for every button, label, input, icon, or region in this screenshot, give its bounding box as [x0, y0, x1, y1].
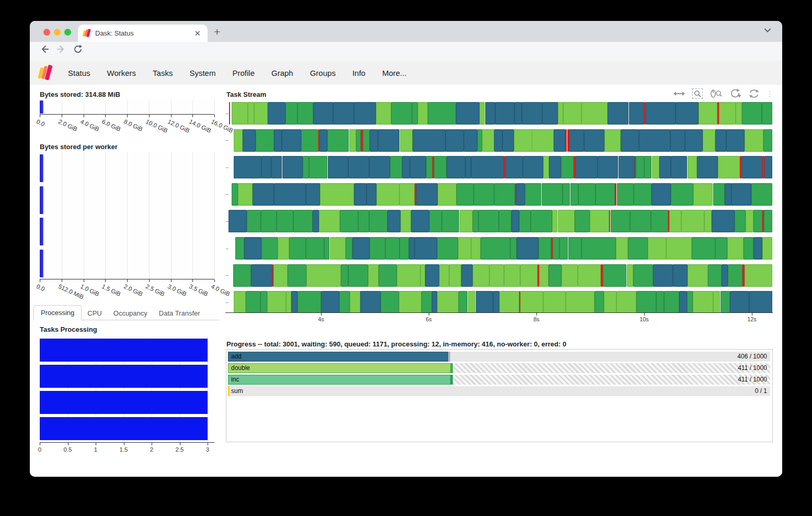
window-close-button[interactable]	[43, 29, 50, 36]
bokeh-menu-icon[interactable]: ⋮	[767, 90, 773, 98]
progress-cap	[448, 352, 450, 362]
nav-item-system[interactable]: System	[189, 69, 215, 77]
nav-item-info[interactable]: Info	[352, 69, 365, 77]
task-segment	[456, 183, 474, 206]
task-stream-row	[228, 102, 772, 125]
task-segment	[391, 102, 412, 125]
nav-item-graph[interactable]: Graph	[271, 69, 293, 77]
task-stream-plot[interactable]	[228, 101, 772, 312]
task-segment	[437, 237, 458, 260]
gridline	[105, 152, 106, 279]
progress-fill	[228, 386, 230, 396]
box-zoom-icon[interactable]	[692, 88, 703, 99]
window-minimize-button[interactable]	[54, 29, 61, 36]
gridline	[127, 100, 128, 114]
task-segment	[228, 210, 247, 232]
browser-tab[interactable]: Dask: Status ✕	[78, 25, 208, 42]
axis-tick-label: 10.0 GiB	[145, 118, 169, 134]
task-segment	[688, 264, 708, 287]
task-segment	[648, 237, 666, 260]
window-zoom-button[interactable]	[64, 29, 71, 36]
task-segment	[260, 291, 267, 312]
task-segment	[519, 210, 531, 232]
task-segment	[644, 156, 651, 178]
bytes-stored-axis: 0.02.0 GiB4.0 GiB6.0 GiB8.0 GiB10.0 GiB1…	[40, 114, 214, 136]
progress-task-name: sum	[231, 386, 243, 396]
task-segment	[489, 264, 504, 287]
task-segment	[727, 237, 743, 260]
task-segment	[473, 210, 478, 232]
reload-icon[interactable]	[73, 44, 83, 54]
task-segment	[356, 129, 361, 152]
axis-tick-label: 2.0 GiB	[58, 118, 78, 132]
task-segment	[594, 291, 604, 312]
axis-tick	[40, 279, 40, 282]
task-segment	[670, 129, 685, 152]
progress-task-name: double	[231, 363, 250, 373]
nav-item-status[interactable]: Status	[68, 69, 90, 77]
task-segment	[468, 291, 476, 312]
task-segment	[254, 102, 268, 125]
nav-item-profile[interactable]: Profile	[232, 69, 255, 77]
nav-item-workers[interactable]: Workers	[107, 69, 136, 77]
task-segment	[278, 237, 289, 260]
task-segment	[354, 102, 376, 125]
axis-tick-label: 4.0 GiB	[79, 118, 100, 132]
tab-data-transfer[interactable]: Data Transfer	[153, 306, 206, 320]
refresh-icon[interactable]	[749, 89, 759, 98]
task-segment	[232, 183, 238, 206]
task-segment	[479, 102, 485, 125]
task-segment	[566, 291, 594, 312]
browser-toolbar: i localhost:8787/status ABP G ⋮	[30, 42, 782, 61]
wheel-zoom-icon[interactable]	[710, 89, 723, 98]
task-segment	[410, 156, 426, 178]
task-segment	[514, 102, 522, 125]
task-segment	[745, 264, 772, 287]
pan-icon[interactable]	[673, 89, 685, 98]
tab-occupancy[interactable]: Occupancy	[108, 306, 153, 320]
progress-row-sum: sum0 / 1	[228, 386, 770, 396]
task-segment	[673, 264, 688, 287]
task-segment	[697, 156, 718, 178]
nav-item-tasks[interactable]: Tasks	[153, 69, 173, 77]
tab-search-chevron-icon[interactable]	[764, 28, 771, 32]
task-segment	[428, 102, 456, 125]
task-segment	[348, 264, 368, 287]
task-segment	[369, 156, 390, 178]
nav-item-more[interactable]: More...	[382, 69, 407, 77]
tab-processing[interactable]: Processing	[33, 305, 82, 320]
forward-icon[interactable]	[56, 44, 66, 54]
nav-item-groups[interactable]: Groups	[310, 69, 336, 77]
task-segment	[764, 210, 772, 232]
task-segment	[234, 156, 261, 178]
axis-tick	[429, 313, 429, 316]
task-segment	[499, 291, 519, 312]
gridline	[208, 337, 208, 442]
task-segment	[285, 102, 298, 125]
reset-zoom-icon[interactable]	[730, 88, 741, 99]
progress-row-double: double411 / 1000	[228, 363, 770, 373]
gridline	[127, 152, 128, 279]
axis-tick	[127, 115, 128, 117]
task-segment	[616, 237, 628, 260]
task-stream-ytick	[226, 221, 228, 222]
task-segment	[502, 129, 514, 152]
task-segment	[558, 210, 575, 232]
task-segment	[548, 264, 562, 287]
task-segment	[458, 237, 472, 260]
back-icon[interactable]	[39, 44, 50, 54]
task-segment	[542, 183, 563, 206]
axis-tick	[208, 443, 208, 445]
task-segment	[563, 102, 581, 125]
new-tab-button[interactable]: +	[214, 26, 220, 38]
dask-logo[interactable]	[39, 65, 52, 81]
tab-close-icon[interactable]: ✕	[192, 29, 202, 38]
task-segment	[525, 183, 542, 206]
tab-cpu[interactable]: CPU	[82, 306, 107, 320]
task-segment	[708, 264, 722, 287]
task-segment	[445, 129, 464, 152]
task-segment	[282, 129, 301, 152]
tab-title: Dask: Status	[95, 29, 192, 37]
axis-tick	[105, 279, 106, 282]
task-segment	[324, 237, 330, 260]
